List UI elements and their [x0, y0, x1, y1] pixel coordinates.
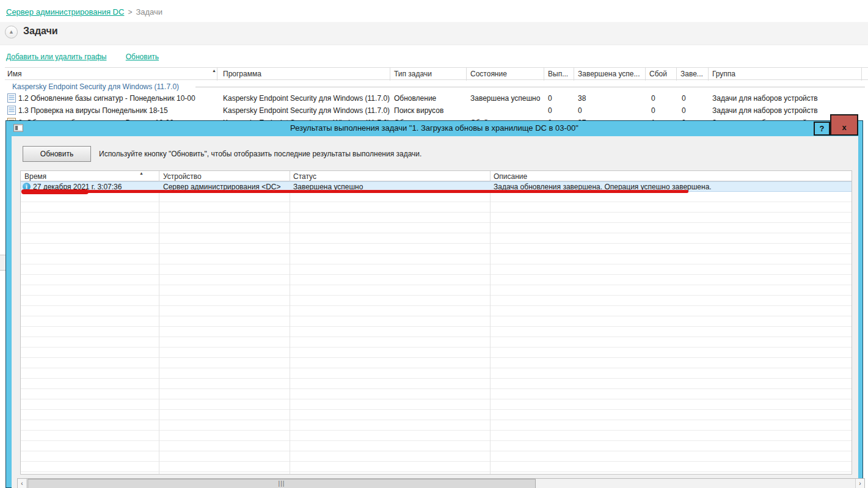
col-program[interactable]: Программа: [223, 70, 261, 78]
task-group: Задачи для наборов устройств: [712, 94, 818, 103]
dialog-content: Обновить Используйте кнопку "Обновить", …: [12, 136, 858, 488]
scroll-right-button[interactable]: ›: [855, 479, 864, 488]
col-description[interactable]: Описание: [494, 172, 527, 181]
task-type: Обновление: [394, 94, 436, 103]
task-done: 0: [682, 94, 686, 103]
breadcrumb-server-link[interactable]: Сервер администрирования DC: [6, 7, 124, 16]
help-button[interactable]: ?: [814, 122, 830, 136]
scrollbar-grip-icon: |||: [279, 480, 285, 487]
results-table: Время ▲ Устройство Статус Описание i 27 …: [20, 170, 852, 475]
breadcrumb-current: Задачи: [136, 7, 162, 16]
task-program: Kaspersky Endpoint Security для Windows …: [223, 106, 390, 115]
col-type[interactable]: Тип задачи: [394, 70, 432, 78]
dialog-titlebar[interactable]: Результаты выполнения задачи "1. Загрузк…: [6, 121, 863, 136]
heading-band: [0, 22, 868, 45]
refresh-link[interactable]: Обновить: [126, 53, 159, 61]
top-links: Добавить или удалить графы Обновить: [6, 53, 159, 61]
col-group[interactable]: Группа: [712, 70, 735, 78]
task-type: Поиск вирусов: [394, 106, 443, 115]
close-button[interactable]: x: [830, 114, 858, 136]
col-ok[interactable]: Завершена успе...: [578, 70, 640, 78]
task-done: 0: [682, 106, 686, 115]
task-state: Завершена успешно: [470, 94, 540, 103]
col-device[interactable]: Устройство: [163, 172, 202, 181]
refresh-button[interactable]: Обновить: [23, 146, 91, 162]
col-state[interactable]: Состояние: [470, 70, 507, 78]
task-ok: 38: [578, 94, 586, 103]
page-title: Задачи: [23, 26, 58, 37]
group-divider: [195, 87, 865, 87]
task-group: Задачи для наборов устройств: [712, 106, 818, 115]
col-time[interactable]: Время: [24, 172, 46, 181]
tasks-table-header: Имя ▲ Программа Тип задачи Состояние Вып…: [5, 67, 868, 80]
horizontal-scrollbar[interactable]: ‹ ||| ›: [17, 478, 865, 488]
screen: Сервер администрирования DC>Задачи ▲ Зад…: [0, 0, 868, 488]
sort-asc-icon: ▲: [139, 171, 144, 175]
task-icon: [7, 106, 16, 115]
collapse-arrow-icon: ▲: [9, 29, 14, 35]
table-row[interactable]: 1.2 Обновление базы сигнатур - Понедельн…: [5, 92, 868, 104]
task-running: 0: [548, 94, 552, 103]
task-name: 1.3 Проверка на вирусы Понедельник 18-15: [18, 106, 168, 115]
collapse-button[interactable]: ▲: [5, 26, 18, 38]
col-done[interactable]: Заве...: [680, 70, 703, 78]
refresh-hint: Используйте кнопку "Обновить", чтобы ото…: [99, 150, 421, 158]
add-remove-columns-link[interactable]: Добавить или удалить графы: [6, 53, 106, 61]
results-table-header: Время ▲ Устройство Статус Описание: [21, 171, 852, 181]
scroll-left-button[interactable]: ‹: [18, 479, 27, 488]
task-ok: 0: [578, 106, 582, 115]
sort-asc-icon: ▲: [212, 68, 216, 73]
annotation-underline: [21, 190, 688, 193]
col-failed[interactable]: Сбой: [649, 70, 667, 78]
col-name[interactable]: Имя: [7, 70, 21, 78]
col-status[interactable]: Статус: [293, 172, 316, 181]
scrollbar-thumb[interactable]: |||: [27, 479, 536, 488]
task-failed: 0: [651, 94, 655, 103]
task-name: 1.2 Обновление базы сигнатур - Понедельн…: [18, 94, 195, 103]
task-results-dialog: Результаты выполнения задачи "1. Загрузк…: [5, 120, 863, 488]
table-row[interactable]: 1.3 Проверка на вирусы Понедельник 18-15…: [5, 104, 868, 117]
task-program: Kaspersky Endpoint Security для Windows …: [223, 94, 390, 103]
breadcrumb: Сервер администрирования DC>Задачи: [6, 7, 162, 16]
group-header[interactable]: Kaspersky Endpoint Security для Windows …: [12, 82, 179, 91]
dialog-title: Результаты выполнения задачи "1. Загрузк…: [6, 123, 863, 133]
task-running: 0: [548, 106, 552, 115]
col-running[interactable]: Вып...: [548, 70, 568, 78]
breadcrumb-separator: >: [128, 8, 132, 16]
task-failed: 0: [651, 106, 655, 115]
task-icon: [7, 93, 16, 103]
